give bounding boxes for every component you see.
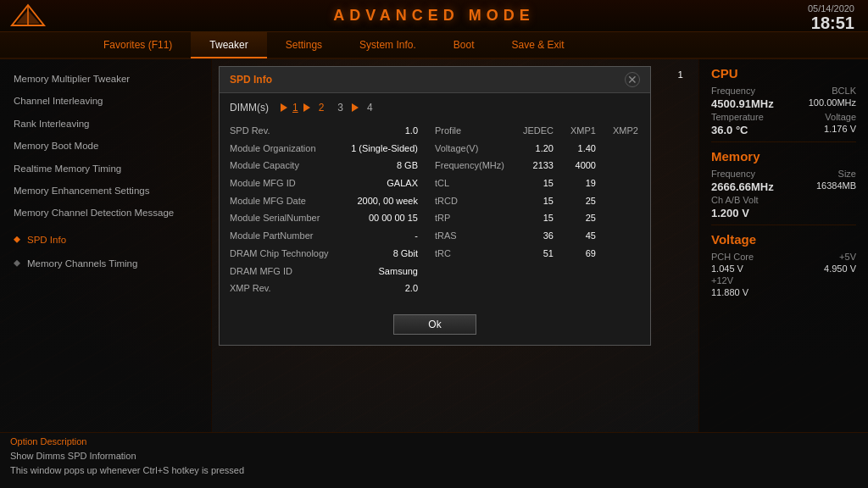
spd-key-8: DRAM MFG ID bbox=[230, 263, 348, 280]
mem-chvolt-value: 1.200 V bbox=[711, 207, 749, 219]
spd-row-3: Module MFG ID GALAX bbox=[230, 175, 425, 192]
right-xmp1-6: 69 bbox=[554, 246, 596, 262]
cpu-section-title: CPU bbox=[711, 66, 856, 80]
panel-divider-1 bbox=[711, 141, 856, 142]
dialog-footer: Ok bbox=[220, 306, 650, 345]
right-jedec-6: 51 bbox=[511, 246, 554, 262]
dimm-4[interactable]: 4 bbox=[367, 102, 373, 114]
cpu-freq-value: 4500.91MHz bbox=[711, 97, 774, 110]
cpu-volt-value: 1.176 V bbox=[824, 124, 856, 136]
volt-12v-value: 11.880 V bbox=[711, 287, 748, 297]
sidebar-section-channels[interactable]: Memory Channels Timing bbox=[0, 255, 211, 272]
spd-row-0: SPD Rev. 1.0 bbox=[230, 122, 425, 140]
right-xmp1-0: 1.40 bbox=[554, 141, 596, 157]
cpu-freq-label: Frequency bbox=[711, 86, 755, 96]
aorus-logo-icon bbox=[10, 3, 46, 27]
spd-right-row-2: tCL 15 19 bbox=[435, 175, 640, 192]
mem-chvolt-val-row: 1.200 V bbox=[711, 207, 856, 219]
spd-key-5: Module SerialNumber bbox=[230, 210, 348, 226]
mem-chvolt-label: Ch A/B Volt bbox=[711, 195, 759, 205]
dialog-title: SPD Info bbox=[230, 74, 272, 86]
header-title: ADVANCED MODE bbox=[333, 7, 535, 25]
spd-row-4: Module MFG Date 2000, 00 week bbox=[230, 192, 425, 210]
dimm-1[interactable]: 1 bbox=[292, 102, 298, 114]
cpu-temp-value: 36.0 °C bbox=[711, 124, 748, 136]
sidebar-item-memory-boot[interactable]: Memory Boot Mode bbox=[0, 135, 211, 157]
right-jedec-1: 2133 bbox=[511, 158, 554, 174]
spd-row-2: Module Capacity 8 GB bbox=[230, 157, 425, 175]
mem-freq-row: Frequency Size bbox=[711, 169, 856, 179]
right-xmp2-6 bbox=[596, 246, 638, 262]
spd-val-6: - bbox=[348, 228, 425, 244]
col-xmp1-header: XMP1 bbox=[554, 123, 596, 139]
right-label-5: tRAS bbox=[435, 228, 511, 244]
spd-right-row-1: Frequency(MHz) 2133 4000 bbox=[435, 157, 640, 175]
cpu-temp-label: Temperature bbox=[711, 112, 764, 122]
cpu-bclk-value: 100.00MHz bbox=[809, 97, 856, 110]
spd-row-5: Module SerialNumber 00 00 00 15 bbox=[230, 209, 425, 227]
volt-pch-val-row: 1.045 V 4.950 V bbox=[711, 263, 856, 274]
volt-5v-label: +5V bbox=[839, 252, 856, 262]
right-label-1: Frequency(MHz) bbox=[435, 158, 511, 174]
sidebar-item-rank-interleaving[interactable]: Rank Interleaving bbox=[0, 113, 211, 135]
dimm-arrow-3-icon bbox=[352, 103, 359, 112]
option-description-line-0: Show Dimms SPD Information bbox=[10, 449, 858, 463]
volt-12v-val-row: 11.880 V bbox=[711, 287, 856, 297]
dimm-3[interactable]: 3 bbox=[337, 102, 343, 114]
sidebar-item-realtime[interactable]: Realtime Memory Timing bbox=[0, 158, 211, 180]
tab-save[interactable]: Save & Exit bbox=[492, 31, 582, 58]
spd-row-8: DRAM MFG ID Samsung bbox=[230, 263, 425, 280]
tab-boot[interactable]: Boot bbox=[435, 31, 493, 58]
header: AORUS ADVANCED MODE 05/14/2020 18:51 Thu… bbox=[0, 0, 868, 32]
mem-freq-val-row: 2666.66MHz 16384MB bbox=[711, 180, 856, 193]
channels-bullet-icon bbox=[14, 260, 20, 267]
cpu-temp-val-row: 36.0 °C 1.176 V bbox=[711, 124, 856, 136]
right-xmp2-5 bbox=[596, 228, 638, 244]
volt-pch-label: PCH Core bbox=[711, 252, 754, 262]
col-xmp2-header: XMP2 bbox=[596, 123, 638, 139]
dialog-close-button[interactable]: ✕ bbox=[625, 72, 640, 87]
spd-val-5: 00 00 00 15 bbox=[348, 210, 425, 226]
ok-button[interactable]: Ok bbox=[393, 314, 476, 335]
panel-divider-2 bbox=[711, 225, 856, 225]
spd-key-6: Module PartNumber bbox=[230, 228, 348, 244]
right-jedec-5: 36 bbox=[511, 228, 554, 244]
spd-val-9: 2.0 bbox=[348, 280, 425, 297]
dialog-overlay: SPD Info ✕ DIMM(s) 1 2 3 4 bbox=[212, 59, 698, 432]
sidebar-item-memory-multiplier[interactable]: Memory Multiplier Tweaker bbox=[0, 68, 211, 90]
sidebar-section-spd-label: SPD Info bbox=[27, 235, 66, 245]
dimm-2[interactable]: 2 bbox=[319, 102, 325, 114]
spd-val-4: 2000, 00 week bbox=[348, 193, 425, 209]
dialog-header: SPD Info ✕ bbox=[220, 67, 650, 93]
spd-val-2: 8 GB bbox=[348, 158, 425, 174]
spd-key-0: SPD Rev. bbox=[230, 123, 348, 139]
spd-key-4: Module MFG Date bbox=[230, 193, 348, 209]
dimm-prev-icon[interactable] bbox=[281, 103, 287, 112]
right-label-2: tCL bbox=[435, 175, 511, 191]
spd-key-9: XMP Rev. bbox=[230, 280, 348, 297]
right-xmp1-5: 45 bbox=[554, 228, 596, 244]
cpu-freq-val-row: 4500.91MHz 100.00MHz bbox=[711, 97, 856, 110]
sidebar-item-enhancement[interactable]: Memory Enhancement Settings bbox=[0, 180, 211, 202]
tab-favorites[interactable]: Favorites (F11) bbox=[85, 31, 191, 58]
spd-row-9: XMP Rev. 2.0 bbox=[230, 280, 425, 297]
spd-row-1: Module Organization 1 (Single-Sided) bbox=[230, 140, 425, 158]
tab-tweaker[interactable]: Tweaker bbox=[191, 31, 266, 58]
right-panel: CPU Frequency BCLK 4500.91MHz 100.00MHz … bbox=[698, 59, 868, 432]
tab-sysinfo[interactable]: System Info. bbox=[341, 31, 435, 58]
spd-val-7: 8 Gbit bbox=[348, 246, 425, 262]
right-xmp2-2 bbox=[596, 175, 638, 191]
cpu-bclk-label: BCLK bbox=[832, 86, 856, 96]
sidebar-item-channel-interleaving[interactable]: Channel Interleaving bbox=[0, 90, 211, 112]
right-label-6: tRC bbox=[435, 246, 511, 262]
cpu-freq-row: Frequency BCLK bbox=[711, 86, 856, 96]
right-label-0: Voltage(V) bbox=[435, 141, 511, 157]
sidebar-section-spd[interactable]: SPD Info bbox=[0, 231, 211, 248]
sidebar-item-detection[interactable]: Memory Channel Detection Message bbox=[0, 202, 211, 224]
spd-val-3: GALAX bbox=[348, 175, 425, 191]
col-profile: Profile bbox=[435, 123, 511, 139]
volt-section-title: Voltage bbox=[711, 232, 856, 247]
spd-dialog: SPD Info ✕ DIMM(s) 1 2 3 4 bbox=[219, 66, 651, 346]
spd-right-row-0: Voltage(V) 1.20 1.40 bbox=[435, 140, 640, 158]
tab-settings[interactable]: Settings bbox=[267, 31, 341, 58]
